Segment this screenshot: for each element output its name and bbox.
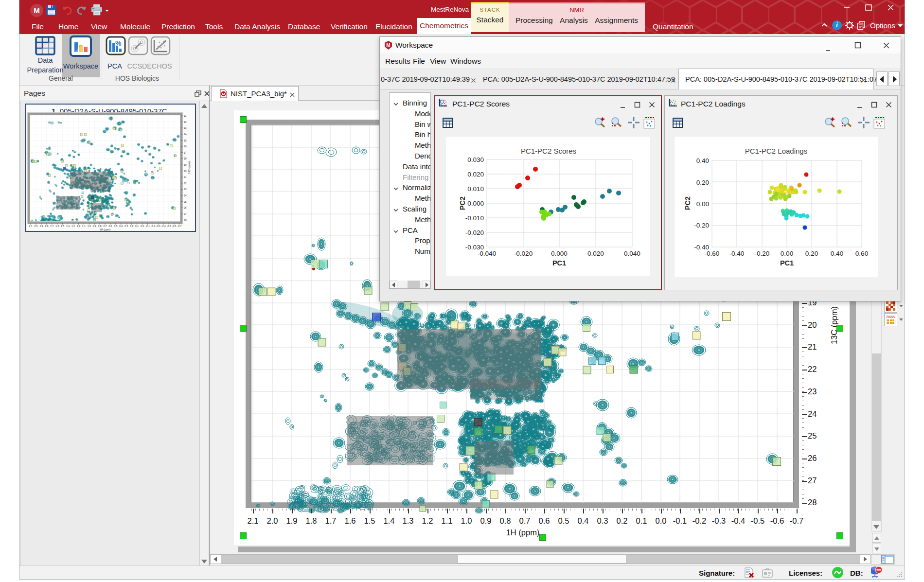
svg-text:-0.5: -0.5 bbox=[167, 225, 171, 228]
svg-text:-0.1: -0.1 bbox=[145, 225, 150, 228]
svg-text:0.040: 0.040 bbox=[624, 250, 640, 257]
svg-text:0.40: 0.40 bbox=[831, 250, 843, 257]
svg-text:12: 12 bbox=[184, 121, 187, 123]
svg-text:0.5: 0.5 bbox=[114, 225, 117, 228]
svg-text:-0.20: -0.20 bbox=[694, 222, 709, 229]
svg-text:0.030: 0.030 bbox=[467, 156, 484, 163]
svg-text:16: 16 bbox=[184, 145, 187, 148]
svg-text:PC2: PC2 bbox=[459, 196, 466, 210]
svg-text:PC1: PC1 bbox=[552, 259, 566, 267]
svg-text:27: 27 bbox=[184, 212, 187, 215]
svg-text:0.40: 0.40 bbox=[696, 157, 709, 164]
svg-text:0.7: 0.7 bbox=[104, 225, 107, 228]
svg-text:17: 17 bbox=[184, 151, 187, 154]
svg-text:0.60: 0.60 bbox=[855, 250, 868, 257]
svg-text:28: 28 bbox=[184, 219, 187, 222]
svg-text:1.7: 1.7 bbox=[50, 225, 53, 228]
svg-text:0.3: 0.3 bbox=[124, 225, 128, 228]
svg-text:0.00: 0.00 bbox=[781, 250, 793, 257]
svg-text:1.9: 1.9 bbox=[39, 225, 43, 228]
svg-text:0.020: 0.020 bbox=[587, 250, 604, 257]
svg-text:0.0: 0.0 bbox=[141, 225, 144, 228]
svg-text:0.000: 0.000 bbox=[467, 200, 484, 207]
svg-text:0.000: 0.000 bbox=[551, 250, 568, 257]
svg-text:1.6: 1.6 bbox=[55, 225, 59, 228]
svg-text:1.0: 1.0 bbox=[88, 225, 91, 228]
svg-text:PC1-PC2 Scores: PC1-PC2 Scores bbox=[521, 147, 576, 155]
svg-text:1.4: 1.4 bbox=[66, 225, 70, 228]
svg-text:2.0: 2.0 bbox=[34, 225, 37, 228]
svg-text:0.9: 0.9 bbox=[93, 225, 96, 228]
svg-text:0.00: 0.00 bbox=[696, 200, 709, 208]
svg-text:0.010: 0.010 bbox=[467, 185, 484, 193]
svg-text:0.8: 0.8 bbox=[98, 225, 102, 228]
svg-text:24: 24 bbox=[184, 194, 187, 197]
svg-text:20: 20 bbox=[184, 170, 187, 173]
svg-text:13: 13 bbox=[184, 126, 187, 129]
svg-text:23: 23 bbox=[184, 188, 187, 191]
svg-text:18: 18 bbox=[184, 157, 187, 160]
svg-text:2.1: 2.1 bbox=[29, 225, 33, 228]
svg-text:13C (ppm): 13C (ppm) bbox=[188, 161, 191, 174]
svg-text:M: M bbox=[222, 92, 225, 96]
svg-text:11: 11 bbox=[184, 114, 186, 117]
svg-text:-0.040: -0.040 bbox=[478, 250, 496, 257]
svg-text:-0.40: -0.40 bbox=[729, 250, 745, 257]
svg-text:-0.20: -0.20 bbox=[755, 250, 770, 257]
svg-text:1.1: 1.1 bbox=[82, 225, 86, 228]
svg-text:M: M bbox=[386, 43, 390, 48]
svg-text:1.3: 1.3 bbox=[71, 225, 75, 228]
svg-text:1.2: 1.2 bbox=[77, 225, 80, 228]
svg-text:-0.3: -0.3 bbox=[156, 225, 160, 228]
svg-text:-0.020: -0.020 bbox=[465, 229, 484, 236]
svg-text:0.2: 0.2 bbox=[130, 225, 133, 228]
svg-text:0.1: 0.1 bbox=[135, 225, 139, 228]
svg-text:PC2: PC2 bbox=[684, 196, 692, 210]
svg-text:PC1-PC2 Loadings: PC1-PC2 Loadings bbox=[745, 147, 807, 155]
svg-text:1H (ppm): 1H (ppm) bbox=[100, 228, 111, 231]
svg-text:-0.60: -0.60 bbox=[705, 250, 720, 257]
svg-text:-0.6: -0.6 bbox=[172, 225, 177, 228]
svg-text:-0.7: -0.7 bbox=[178, 225, 182, 228]
svg-text:19: 19 bbox=[184, 163, 187, 166]
svg-text:0.20: 0.20 bbox=[805, 250, 818, 257]
svg-text:0.4: 0.4 bbox=[119, 225, 123, 228]
svg-text:0.20: 0.20 bbox=[696, 179, 709, 186]
svg-text:-0.4: -0.4 bbox=[161, 225, 166, 228]
svg-text:26: 26 bbox=[184, 206, 187, 209]
svg-text:1.8: 1.8 bbox=[45, 225, 48, 228]
svg-text:PC1: PC1 bbox=[780, 259, 794, 267]
svg-text:-0.2: -0.2 bbox=[151, 225, 155, 228]
svg-text:0.6: 0.6 bbox=[108, 225, 112, 228]
svg-text:22: 22 bbox=[184, 182, 187, 185]
svg-text:0.020: 0.020 bbox=[467, 171, 484, 178]
svg-text:21: 21 bbox=[184, 176, 187, 178]
svg-text:14: 14 bbox=[184, 133, 187, 136]
svg-text:%: % bbox=[115, 39, 122, 47]
svg-text:1.5: 1.5 bbox=[61, 225, 64, 228]
svg-text:15: 15 bbox=[184, 139, 187, 142]
svg-text:-0.020: -0.020 bbox=[514, 250, 533, 257]
svg-text:-0.010: -0.010 bbox=[465, 214, 484, 222]
svg-text:25: 25 bbox=[184, 200, 187, 203]
